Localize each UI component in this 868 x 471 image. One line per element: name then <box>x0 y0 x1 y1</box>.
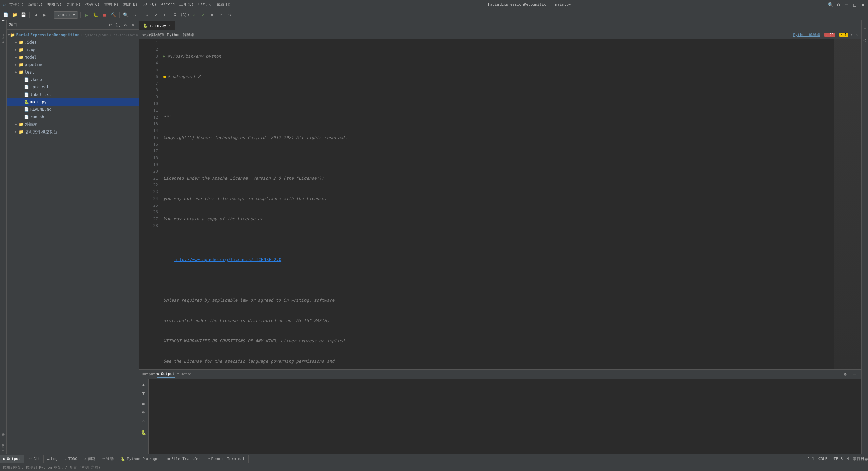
git-commit-button[interactable]: ✓ <box>152 11 160 19</box>
close-button[interactable]: ✕ <box>861 2 865 7</box>
tree-item-idea[interactable]: ▶ 📁 .idea <box>7 39 139 46</box>
output-add-btn[interactable]: ⊕ <box>140 408 147 416</box>
git-check2-icon[interactable]: ✓ <box>199 11 207 19</box>
status-event-log[interactable]: 事件日志 <box>853 456 868 462</box>
menu-ascend[interactable]: Ascend <box>161 2 175 7</box>
code-content[interactable]: ▶ #!/usr/bin/env python ● #coding=utf-8 … <box>161 39 834 369</box>
menu-tools[interactable]: 工具(L) <box>179 2 194 7</box>
replace-button[interactable]: ↔ <box>131 11 138 19</box>
file-panel-expand-btn[interactable]: ⛶ <box>115 22 121 28</box>
bottom-tab-git-icon: ⎇ <box>27 457 32 461</box>
output-scroll-down-btn[interactable]: ▼ <box>140 389 147 397</box>
output-scroll-up-btn[interactable]: ▲ <box>140 381 147 388</box>
output-star-btn[interactable]: ☆ <box>140 417 147 425</box>
settings-icon[interactable]: ⚙ <box>836 2 841 7</box>
tree-item-pipeline[interactable]: ▶ 📁 pipeline <box>7 61 139 68</box>
tree-item-image[interactable]: ▶ 📁 image <box>7 46 139 54</box>
status-cursor[interactable]: 1:1 <box>808 456 814 462</box>
sidebar-tab-project[interactable]: 项目 <box>0 20 6 26</box>
undo-button[interactable]: ↩ <box>217 11 224 19</box>
bottom-tab-output[interactable]: ▶ Output <box>0 455 24 463</box>
menu-edit[interactable]: 编辑(E) <box>28 2 43 7</box>
search-everywhere-icon[interactable]: 🔍 <box>828 2 833 7</box>
bottom-tab-problems[interactable]: ⚠ 问题 <box>81 455 99 463</box>
forward-button[interactable]: ▶ <box>41 11 48 19</box>
search-button[interactable]: 🔍 <box>122 11 130 19</box>
save-button[interactable]: 💾 <box>20 11 27 19</box>
bottom-tab-git[interactable]: ⎇ Git <box>24 455 44 463</box>
open-button[interactable]: 📁 <box>11 11 18 19</box>
editor-area: 🐍 main.py ✕ 未为模块配置 Python 解释器 Python 解释器… <box>139 20 861 454</box>
output-filter-btn[interactable]: ≡ <box>140 400 147 407</box>
output-tab-detail[interactable]: ≡ Detail <box>177 371 194 378</box>
sidebar-tab-todo[interactable]: TODO <box>1 441 6 454</box>
git-check-icon[interactable]: ✓ <box>191 11 198 19</box>
tree-item-model[interactable]: ▶ 📁 model <box>7 54 139 61</box>
bottom-tab-remote-terminal[interactable]: ⌨ Remote Terminal <box>204 455 249 463</box>
build-button[interactable]: 🔨 <box>110 11 117 19</box>
stop-button[interactable]: ■ <box>101 11 108 19</box>
menu-help[interactable]: 帮助(H) <box>217 2 231 7</box>
tree-item-readme[interactable]: ▶ 📄 README.md <box>7 106 139 113</box>
menu-git[interactable]: Git(G) <box>198 2 212 7</box>
status-encoding[interactable]: UTF-8 <box>831 456 843 462</box>
menu-run[interactable]: 运行(U) <box>142 2 157 7</box>
menu-code[interactable]: 代码(C) <box>85 2 100 7</box>
tree-item-project-file[interactable]: ▶ 📄 .project <box>7 83 139 91</box>
status-indent[interactable]: 4 <box>847 456 849 462</box>
output-tabs: ▶ Output ≡ Detail <box>157 370 194 378</box>
file-panel-close-btn[interactable]: ✕ <box>130 22 136 28</box>
redo-button[interactable]: ↪ <box>226 11 233 19</box>
label-txt-label: label.txt <box>30 92 51 97</box>
tree-root-project[interactable]: ▼ 📁 FacialExpressionRecognition C:\Users… <box>7 31 139 39</box>
bottom-tab-python-packages[interactable]: 🐍 Python Packages <box>117 455 164 463</box>
output-info-btn[interactable]: 🐍 <box>140 429 147 436</box>
sidebar-tab-bookmarks[interactable]: 书签 <box>0 436 6 441</box>
git-update-button[interactable]: ⬇ <box>143 11 151 19</box>
code-editor[interactable]: 1 2 3 4 5 6 7 8 9 10 11 12 13 14 15 16 1… <box>139 39 861 369</box>
status-crlf[interactable]: CRLF <box>818 456 828 462</box>
configure-interpreter-link[interactable]: Python 解释器 <box>793 32 820 37</box>
tree-item-external-libs[interactable]: ▶ 📁 外部库 <box>7 121 139 128</box>
bottom-tab-terminal[interactable]: ⌨ 终端 <box>99 455 118 463</box>
tree-item-main-py[interactable]: ▶ 🐍 main.py <box>7 98 139 106</box>
git-arrow-icon[interactable]: ⇄ <box>208 11 216 19</box>
file-tree: ▼ 📁 FacialExpressionRecognition C:\Users… <box>7 30 139 454</box>
run-button[interactable]: ▶ <box>83 11 91 19</box>
warning-close-icon[interactable]: ✕ <box>855 33 858 37</box>
back-button[interactable]: ◀ <box>32 11 40 19</box>
warning-bar-more-icon[interactable]: ▾ <box>851 33 853 37</box>
sidebar-tab-automation[interactable]: Autom... <box>1 26 6 46</box>
menu-refactor[interactable]: 重构(R) <box>104 2 119 7</box>
branch-selector[interactable]: ⎇ main ▼ <box>54 11 78 19</box>
bottom-tab-todo[interactable]: ✓ TODO <box>61 455 81 463</box>
bottom-tab-file-transfer[interactable]: ⇄ File Transfer <box>164 455 204 463</box>
menu-navigate[interactable]: 导航(N) <box>66 2 81 7</box>
tree-item-run-sh[interactable]: ▶ 📄 run.sh <box>7 113 139 121</box>
maximize-button[interactable]: □ <box>852 2 857 7</box>
project-file-icon: 📄 <box>24 84 29 90</box>
file-panel-gear-btn[interactable]: ⚙ <box>122 22 129 28</box>
right-panel-btn-1[interactable]: ≡ <box>859 22 868 34</box>
tree-item-keep[interactable]: ▶ 📄 .keep <box>7 76 139 83</box>
tab-close-button[interactable]: ✕ <box>168 24 170 27</box>
minimize-button[interactable]: ─ <box>844 2 849 7</box>
output-minimize-btn[interactable]: ─ <box>851 371 859 378</box>
menu-bar[interactable]: 文件(F) 编辑(E) 视图(V) 导航(N) 代码(C) 重构(R) 构建(B… <box>9 2 231 7</box>
file-panel-sync-btn[interactable]: ⟳ <box>107 22 114 28</box>
editor-tab-main-py[interactable]: 🐍 main.py ✕ <box>139 21 175 30</box>
menu-build[interactable]: 构建(B) <box>123 2 138 7</box>
menu-file[interactable]: 文件(F) <box>9 2 24 7</box>
debug-button[interactable]: 🐛 <box>92 11 99 19</box>
tree-item-test[interactable]: ▶ 📁 test <box>7 68 139 76</box>
tree-item-label-txt[interactable]: ▶ 📄 label.txt <box>7 91 139 98</box>
temp-files-arrow-icon: ▶ <box>14 129 18 134</box>
new-file-button[interactable]: 📄 <box>2 11 9 19</box>
output-settings-btn[interactable]: ⚙ <box>842 371 849 378</box>
line11-link[interactable]: http://www.apache.org/licenses/LICENSE-2… <box>174 256 281 263</box>
menu-view[interactable]: 视图(V) <box>47 2 62 7</box>
git-push-button[interactable]: ⬆ <box>161 11 169 19</box>
tree-item-temp-files[interactable]: ▶ 📁 临时文件和控制台 <box>7 128 139 136</box>
bottom-tab-log[interactable]: ≡ Log <box>44 455 61 463</box>
output-tab-output[interactable]: ▶ Output <box>157 370 174 378</box>
